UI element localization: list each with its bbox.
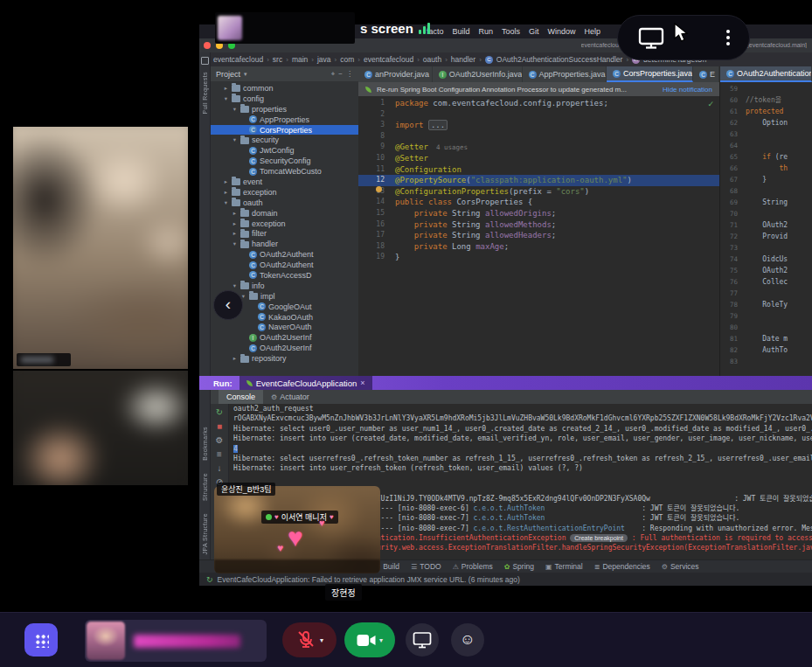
code-editor[interactable]: Re-run Spring Boot Configuration Annotat… (358, 82, 720, 376)
chevron-down-icon[interactable]: ▾ (320, 636, 323, 644)
code-line-71[interactable]: 71 OAuth2 (720, 220, 812, 232)
code-line-79[interactable]: 79 (720, 311, 812, 323)
breadcrumb-item[interactable]: src (273, 55, 282, 64)
tree-item-TokenAccessD[interactable]: CTokenAccessD (211, 270, 358, 281)
fullscreen-monitor-icon[interactable] (637, 25, 665, 50)
collapse-all-icon[interactable]: − (338, 70, 343, 78)
tab-actuator[interactable]: ⚙Actuator (263, 390, 317, 404)
tree-item-handler[interactable]: ▾handler (211, 239, 358, 249)
breadcrumb-item[interactable]: java (317, 55, 331, 64)
tree-item-OAuth2UserInf[interactable]: COAuth2UserInf (211, 343, 358, 353)
camera-toggle-button[interactable]: ▾ (344, 622, 395, 657)
profile-chip[interactable] (85, 620, 267, 662)
tree-item-config[interactable]: ▾config (211, 94, 358, 104)
settings-icon[interactable]: ⚙ (216, 435, 224, 445)
panel-options-icon[interactable]: ⋮ (346, 70, 353, 78)
tree-item-exception[interactable]: ▸exception (211, 187, 358, 198)
tree-item-properties[interactable]: ▾properties (211, 104, 358, 115)
code-line-81[interactable]: 81 Date m (720, 334, 812, 345)
locate-file-icon[interactable]: ⌖ (331, 70, 336, 79)
code-line-19[interactable]: 19} (358, 252, 719, 263)
code-line-76[interactable]: 76 Collec (720, 277, 812, 288)
tree-item-filter[interactable]: ▸filter (211, 228, 358, 239)
code-line-80[interactable]: 80 (720, 323, 812, 334)
editor-tab-OAuth2AuthenticationSucc[interactable]: COAuth2AuthenticationSucc (720, 66, 812, 82)
tree-item-repository[interactable]: ▸repository (211, 353, 358, 364)
tool-jpa-structure[interactable]: JPA Structure (202, 513, 208, 554)
code-line-64[interactable]: 64 (720, 141, 812, 152)
code-line-8[interactable]: 8 (358, 131, 719, 142)
breadcrumb-item[interactable]: main (292, 55, 308, 64)
code-line-9[interactable]: 9@Getter 4 usages (358, 142, 719, 153)
code-line-62[interactable]: 62 Option (720, 118, 812, 129)
menu-run[interactable]: Run (479, 27, 494, 36)
code-line-14[interactable]: 14public class CorsProperties { (358, 197, 719, 208)
tool-structure[interactable]: Structure (202, 473, 208, 501)
code-line-70[interactable]: 70 (720, 209, 812, 220)
code-line-72[interactable]: 72 Provid (720, 232, 812, 243)
scroll-down-icon[interactable]: ↓ (218, 463, 222, 473)
tree-item-info[interactable]: ▾info (211, 281, 358, 291)
tool-pull-requests[interactable]: Pull Requests (202, 72, 208, 114)
breadcrumb-item[interactable]: OAuth2AuthenticationSuccessHandler (496, 55, 623, 64)
code-line-1[interactable]: 1package com.eventcafecloud.config.prope… (358, 98, 719, 109)
menu-build[interactable]: Build (453, 27, 470, 36)
code-line-17[interactable]: 17 private String allowedHeaders; (358, 230, 719, 241)
hide-notification-link[interactable]: Hide notification (663, 86, 712, 94)
editor-tab-anProvider.java[interactable]: CanProvider.java× (358, 66, 433, 82)
tree-item-TomcatWebCusto[interactable]: CTomcatWebCusto (211, 166, 358, 177)
code-line-82[interactable]: 82 AuthTo (720, 345, 812, 357)
code-lines[interactable]: 1package com.eventcafecloud.config.prope… (358, 96, 719, 263)
statusbar-spring[interactable]: ✿Spring (504, 562, 534, 571)
code-line-74[interactable]: 74 OidcUs (720, 254, 812, 266)
code-line-59[interactable]: 59 (720, 84, 812, 95)
statusbar-problems[interactable]: ⚠Problems (453, 562, 493, 571)
code-line-11[interactable]: 11@Configuration (358, 164, 719, 176)
tool-bookmarks[interactable]: Bookmarks (202, 427, 208, 461)
tree-item-common[interactable]: ▸common (211, 83, 358, 94)
microphone-toggle-button[interactable]: ▾ (282, 622, 337, 657)
menu-help[interactable]: Help (585, 27, 601, 36)
breadcrumb-item[interactable]: handler (451, 55, 475, 64)
tree-item-security[interactable]: ▾security (211, 135, 358, 145)
code-line-60[interactable]: 60//token을 (720, 95, 812, 107)
code-line-69[interactable]: 69 String (720, 198, 812, 209)
breadcrumb-item[interactable]: com (340, 55, 354, 64)
code-line-73[interactable]: 73 (720, 243, 812, 254)
code-line-2[interactable]: 2 (358, 109, 719, 121)
editor-tab-CorsProperties.java[interactable]: CCorsProperties.java× (607, 66, 693, 82)
tree-item-OAuth2Authent[interactable]: COAuth2Authent (211, 260, 358, 270)
statusbar-todo[interactable]: ☰TODO (411, 562, 441, 571)
code-line-3[interactable]: 3import ... (358, 120, 719, 131)
menu-tools[interactable]: Tools (502, 27, 520, 36)
statusbar-services[interactable]: ⚙Services (662, 562, 699, 571)
code-line-77[interactable]: 77 (720, 288, 812, 300)
code-line-78[interactable]: 78 RoleTy (720, 300, 812, 311)
apps-menu-button[interactable] (24, 623, 58, 657)
stop-icon[interactable]: ■ (217, 421, 222, 431)
code-line-16[interactable]: 16 private String allowedMethods; (358, 219, 719, 231)
code-line-65[interactable]: 65 if (re (720, 152, 812, 163)
reactions-button[interactable]: ☺ (451, 623, 484, 657)
close-traffic-light[interactable] (204, 42, 211, 49)
soft-wrap-icon[interactable]: ≡ (217, 449, 222, 459)
statusbar-terminal[interactable]: ▣Terminal (545, 562, 583, 571)
code-line-67[interactable]: 67 } (720, 175, 812, 186)
intention-bulb-icon[interactable] (376, 186, 382, 192)
tree-item-domain[interactable]: ▸domain (211, 208, 358, 219)
code-line-66[interactable]: 66 th (720, 163, 812, 175)
run-configuration-tab[interactable]: EventCafeCloudApplication × (239, 376, 372, 390)
editor-tab-OAuth2UserInfo.java[interactable]: IOAuth2UserInfo.java× (433, 66, 523, 82)
menu-window[interactable]: Window (548, 27, 576, 36)
rerun-icon[interactable]: ↻ (216, 407, 223, 417)
tree-item-OAuth2UserInf[interactable]: IOAuth2UserInf (211, 332, 358, 343)
code-line-10[interactable]: 10@Setter (358, 153, 719, 164)
tree-item-SecurityConfig[interactable]: CSecurityConfig (211, 156, 358, 166)
chevron-down-icon[interactable]: ▾ (379, 636, 383, 644)
code-lines-right[interactable]: 5960//token을61protected62 Option636465 i… (720, 82, 812, 368)
project-panel-title[interactable]: Project (216, 70, 240, 79)
tab-console[interactable]: Console (219, 390, 263, 404)
tree-item-oauth[interactable]: ▾oauth (211, 198, 358, 208)
code-editor-right[interactable]: 5960//token을61protected62 Option636465 i… (720, 82, 812, 376)
tree-item-AppProperties[interactable]: CAppProperties (211, 115, 358, 125)
